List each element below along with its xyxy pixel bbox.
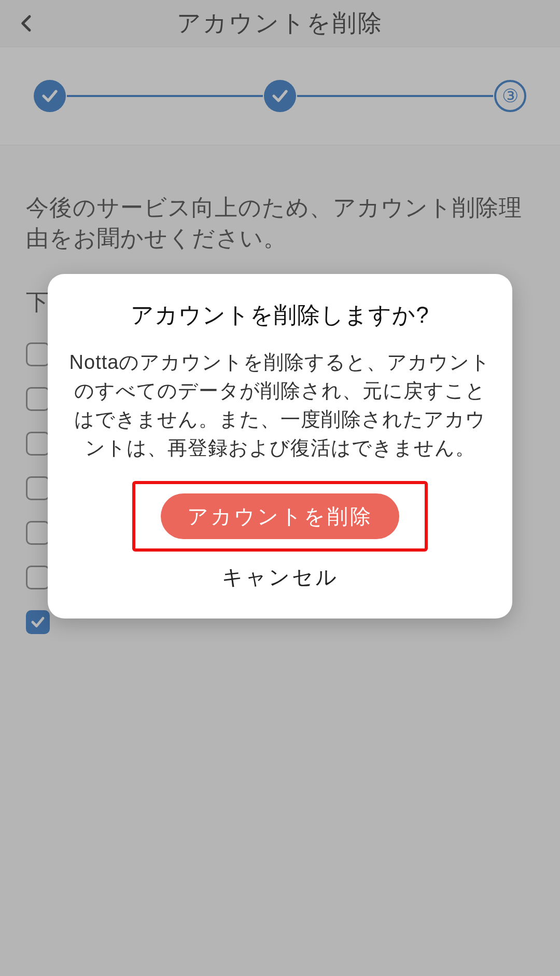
screen: アカウントを削除 ③ 今後のサービス向上のため、アカウント削除理由をお聞かせくだ… [0,0,560,976]
modal-title: アカウントを削除しますか? [68,300,492,331]
modal-overlay[interactable]: アカウントを削除しますか? Nottaのアカウントを削除すると、アカウントのすべ… [0,0,560,976]
cancel-button[interactable]: キャンセル [222,563,339,592]
modal-body: Nottaのアカウントを削除すると、アカウントのすべてのデータが削除され、元に戻… [68,348,492,462]
delete-account-button[interactable]: アカウントを削除 [161,493,399,539]
confirm-modal: アカウントを削除しますか? Nottaのアカウントを削除すると、アカウントのすべ… [48,274,512,618]
highlight-frame: アカウントを削除 [132,481,428,552]
